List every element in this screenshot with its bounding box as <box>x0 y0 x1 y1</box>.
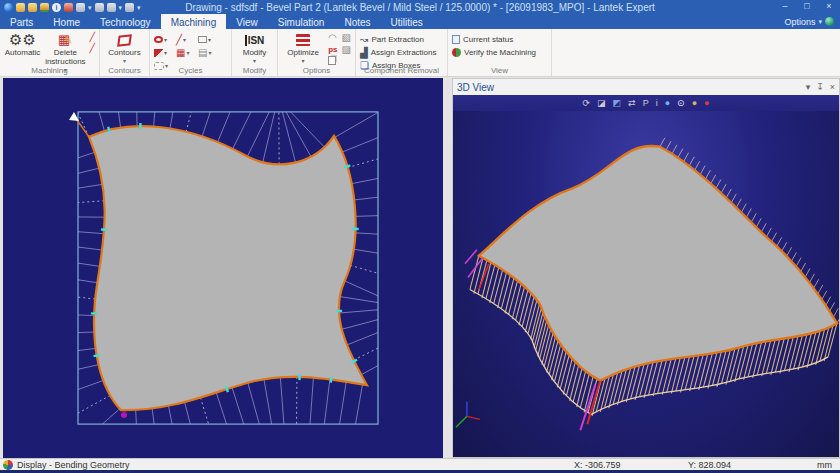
chevron-down-icon: ▾ <box>123 58 126 65</box>
isn-icon: ISN <box>245 31 265 49</box>
new-drawing-icon[interactable] <box>16 3 25 12</box>
technology-icon[interactable] <box>76 3 85 12</box>
cycle-stamp-button[interactable]: ▾ <box>154 49 176 57</box>
cycle-lines-button[interactable]: ▤▾ <box>198 48 220 58</box>
zoom-out-icon[interactable]: ● <box>704 97 709 109</box>
axis-triad <box>456 401 480 427</box>
app-menu-icon[interactable] <box>4 3 13 12</box>
options-menu-button[interactable]: Options ▾ <box>778 14 840 29</box>
panel-collapse-icon[interactable]: ▾ <box>806 82 811 92</box>
pan-icon[interactable]: ⇄ <box>628 97 636 109</box>
tab-spacer <box>433 14 779 29</box>
minimize-button[interactable]: – <box>774 0 796 14</box>
sphere-view-icon[interactable]: ● <box>665 97 670 109</box>
display-mode-icon[interactable] <box>3 460 13 470</box>
clipboard-icon <box>328 56 336 65</box>
bevel-line-icon[interactable]: ╱ <box>90 33 95 42</box>
bevel-line2-icon[interactable]: ╱ <box>90 44 95 53</box>
options-label: Options <box>784 17 815 27</box>
3d-view-toolbar: ⟳ ◪ ◩ ⇄ P i ● ⊙ ● ● <box>453 95 839 111</box>
quick-access-toolbar: i ▾ ▾ ▾ <box>0 3 141 12</box>
rectangle-icon <box>198 36 207 43</box>
panel-splitter[interactable] <box>443 78 452 458</box>
ps-button[interactable]: ps <box>328 45 337 54</box>
maximize-button[interactable]: □ <box>796 0 818 14</box>
rotate-view-icon[interactable]: ⟳ <box>583 97 591 109</box>
group-modify: ISN Modify ▾ Modify <box>232 29 278 76</box>
view-config-icon[interactable] <box>107 3 116 12</box>
window-controls: – □ × <box>774 0 840 14</box>
optimize-button[interactable]: Optimize ▾ <box>282 31 324 64</box>
copy-button[interactable] <box>328 56 337 65</box>
contour-polygon-icon <box>118 31 131 49</box>
iso-view-icon[interactable]: ◩ <box>613 97 622 109</box>
cycle-grid-button[interactable]: ▦▾ <box>176 48 198 58</box>
cycle-ellipse-button[interactable]: ▾ <box>154 36 176 43</box>
3d-view-header[interactable]: 3D View ▾ ↧ × <box>453 79 839 95</box>
perspective-icon[interactable]: P <box>643 97 649 109</box>
part-extraction-button[interactable]: ↝ Part Extraction <box>360 33 437 46</box>
box2-button[interactable]: ▨ <box>342 45 351 55</box>
group-options: Optimize ▾ ◠ ps ▧ ▨ Options <box>278 29 356 76</box>
modify-button[interactable]: ISN Modify ▾ <box>236 31 273 64</box>
close-button[interactable]: × <box>818 0 840 14</box>
options-mini-buttons: ◠ ps <box>328 31 337 65</box>
bevel-line-buttons: ╱ ╱ <box>90 31 95 53</box>
group-view: Current status Verify the Machining View <box>448 29 552 76</box>
tab-technology[interactable]: Technology <box>90 14 161 29</box>
tab-parts[interactable]: Parts <box>0 14 43 29</box>
open-icon[interactable] <box>28 3 37 12</box>
group-label-machining: Machining <box>0 66 99 75</box>
display-mode-label: Display - Bending Geometry <box>17 460 130 470</box>
dropdown-caret-icon[interactable]: ▾ <box>88 3 92 12</box>
tab-view[interactable]: View <box>226 14 268 29</box>
dropdown-caret-icon[interactable]: ▾ <box>119 3 123 12</box>
assign-extractions-button[interactable]: ▟ Assign Extractions <box>360 46 437 59</box>
info-icon[interactable]: i <box>52 3 61 12</box>
current-status-button[interactable]: Current status <box>452 33 536 46</box>
save-icon[interactable] <box>40 3 49 12</box>
chevron-down-icon: ▾ <box>253 58 256 65</box>
panel-close-icon[interactable]: × <box>830 82 835 92</box>
extractor-icon: ▟ <box>360 47 368 58</box>
simulate-icon[interactable] <box>125 3 134 12</box>
part-contour-2d[interactable] <box>89 126 367 410</box>
verify-machining-button[interactable]: Verify the Machining <box>452 46 536 59</box>
qat-more-icon[interactable]: ▾ <box>137 3 141 12</box>
panel-pin-icon[interactable]: ↧ <box>816 82 824 92</box>
options-mini-buttons2: ▧ ▨ <box>342 31 351 55</box>
3d-view-header-buttons: ▾ ↧ × <box>806 82 835 92</box>
2d-drawing-canvas[interactable] <box>3 78 443 458</box>
tab-machining[interactable]: Machining <box>161 14 227 29</box>
cycle-line-button[interactable]: ╱▾ <box>176 35 198 44</box>
cycle-rect-button[interactable]: ▾ <box>198 36 220 43</box>
optimize-bars-icon <box>296 31 310 49</box>
machining-icon[interactable] <box>64 3 73 12</box>
tab-home[interactable]: Home <box>43 14 90 29</box>
automatic-button[interactable]: ⚙⚙ Automatic <box>4 31 41 58</box>
front-view-icon[interactable]: ◪ <box>597 97 606 109</box>
ps-icon: ps <box>328 45 337 54</box>
box-button[interactable]: ▧ <box>342 33 351 43</box>
delete-instructions-icon: ▦✎ <box>58 31 73 49</box>
verify-icon[interactable] <box>95 3 104 12</box>
zoom-in-icon[interactable]: ● <box>692 97 697 109</box>
squiggle-arrow-icon: ↝ <box>360 34 368 45</box>
contours-button[interactable]: Contours ▾ <box>104 31 145 64</box>
lined-rect-icon: ▤ <box>198 48 207 58</box>
chevron-down-icon: ▾ <box>818 17 822 26</box>
arch-button[interactable]: ◠ <box>328 33 337 43</box>
language-globe-icon[interactable] <box>825 17 834 26</box>
cursor-y-coordinate: Y: 828.094 <box>688 460 798 470</box>
status-page-icon <box>452 35 460 44</box>
info-view-icon[interactable]: i <box>656 97 658 109</box>
tab-simulation[interactable]: Simulation <box>268 14 335 29</box>
tab-utilities[interactable]: Utilities <box>381 14 433 29</box>
group-component-removal: ↝ Part Extraction ▟ Assign Extractions ❏… <box>356 29 448 76</box>
zoom-icon[interactable]: ⊙ <box>677 97 685 109</box>
workspace: 3D View ▾ ↧ × ⟳ ◪ ◩ ⇄ P i ● ⊙ ● ● <box>0 77 840 458</box>
tab-notes[interactable]: Notes <box>334 14 380 29</box>
part-top-face-3d[interactable] <box>479 146 837 381</box>
3d-view-svg <box>453 111 839 457</box>
3d-view-canvas[interactable] <box>453 111 839 457</box>
